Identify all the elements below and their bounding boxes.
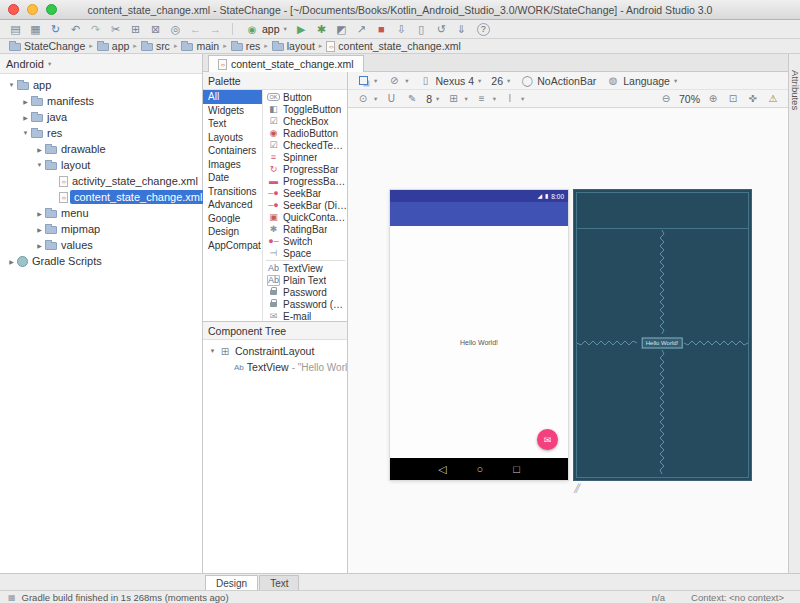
palette-item-seekbar[interactable]: ‒●SeekBar: [264, 187, 347, 199]
open-icon[interactable]: ▤: [6, 22, 25, 37]
palette-item-spinner[interactable]: ≡Spinner: [264, 151, 347, 163]
tree-item-mipmap[interactable]: ▶mipmap: [0, 221, 202, 237]
palette-item-checkedtextview[interactable]: ☑CheckedTextView: [264, 139, 347, 151]
find-icon[interactable]: ◎: [166, 22, 185, 37]
sync-project-icon[interactable]: ↺: [432, 22, 451, 37]
copy-icon[interactable]: ⊞: [126, 22, 145, 37]
minimize-button[interactable]: [27, 4, 38, 15]
chevron-right-icon[interactable]: ▶: [20, 98, 31, 105]
run-icon[interactable]: ▶: [292, 22, 311, 37]
resize-handle[interactable]: ╱╱: [574, 484, 578, 493]
infer-constraints-button[interactable]: I▾: [503, 92, 524, 105]
help-icon[interactable]: ?: [477, 23, 490, 36]
device-selector[interactable]: ▯Nexus 4▾: [419, 74, 482, 87]
palette-item-radiobutton[interactable]: ◉RadioButton: [264, 127, 347, 139]
forward-icon[interactable]: →: [206, 22, 225, 37]
tree-item-content-state-change-xml[interactable]: content_state_change.xml: [0, 189, 202, 205]
breadcrumb-item-statechange[interactable]: StateChange: [8, 40, 86, 52]
chevron-right-icon[interactable]: ▶: [20, 114, 31, 121]
chevron-right-icon[interactable]: ▶: [6, 258, 17, 265]
undo-icon[interactable]: ↶: [66, 22, 85, 37]
show-options-button[interactable]: ⊙▾: [356, 92, 377, 105]
blueprint-preview[interactable]: Hello World!: [574, 190, 751, 480]
run-config-selector[interactable]: ◉ app ▾: [240, 22, 292, 37]
api-selector[interactable]: 26▾: [491, 75, 510, 87]
tree-item-menu[interactable]: ▶menu: [0, 205, 202, 221]
palette-item-textview[interactable]: AbTextView: [264, 262, 347, 274]
chevron-right-icon[interactable]: ▶: [34, 210, 45, 217]
palette-item-progressbar[interactable]: ↻ProgressBar: [264, 163, 347, 175]
palette-item-progressbar-ho[interactable]: ▬ProgressBar (Ho...: [264, 175, 347, 187]
tree-item-res[interactable]: ▼res: [0, 125, 202, 141]
tree-item-values[interactable]: ▶values: [0, 237, 202, 253]
palette-item-e-mail[interactable]: ✉E-mail: [264, 310, 347, 321]
nav-home-icon[interactable]: ○: [477, 463, 484, 475]
zoom-fit-button[interactable]: ⊡: [726, 92, 740, 105]
blueprint-textview[interactable]: Hello World!: [642, 338, 683, 349]
tree-item-gradle-scripts[interactable]: ▶Gradle Scripts: [0, 253, 202, 269]
warnings-button[interactable]: ⚠: [766, 92, 780, 105]
align-selector[interactable]: ≡▾: [475, 92, 496, 105]
zoom-button[interactable]: [46, 4, 57, 15]
clear-constraints-button[interactable]: ✎: [405, 92, 419, 105]
project-view-selector[interactable]: Android: [6, 58, 44, 70]
chevron-right-icon[interactable]: ▶: [34, 242, 45, 249]
toolwindow-toggle-icon[interactable]: ▦: [8, 593, 16, 602]
nav-recents-icon[interactable]: □: [513, 463, 520, 475]
zoom-out-button[interactable]: ⊖: [659, 92, 673, 105]
design-preview[interactable]: ◢ ▮ 8:00 Hello World! ✉ ◁ ○ □: [390, 190, 568, 480]
palette-item-plain-text[interactable]: AbPlain Text: [264, 274, 347, 286]
palette-item-seekbar-discret[interactable]: ‒●SeekBar (Discret...: [264, 199, 347, 211]
breadcrumb-item-src[interactable]: src: [140, 40, 171, 52]
palette-item-ratingbar[interactable]: ✱RatingBar: [264, 223, 347, 235]
back-icon[interactable]: ←: [186, 22, 205, 37]
breadcrumb-item-content-state-change-xml[interactable]: content_state_change.xml: [325, 40, 462, 52]
palette-category-transitions[interactable]: Transitions: [203, 185, 262, 199]
chevron-down-icon[interactable]: ▼: [207, 348, 218, 354]
palette-item-switch[interactable]: ●‒Switch: [264, 235, 347, 247]
design-canvas[interactable]: ◢ ▮ 8:00 Hello World! ✉ ◁ ○ □ Hel: [348, 108, 788, 573]
tab-attributes[interactable]: Attributes: [789, 70, 800, 110]
fab-button[interactable]: ✉: [537, 429, 558, 450]
breadcrumb-item-res[interactable]: res: [230, 40, 262, 52]
tab-design[interactable]: Design: [205, 575, 258, 590]
attach-icon[interactable]: ⇩: [392, 22, 411, 37]
tree-item-activity-state-change-xml[interactable]: activity_state_change.xml: [0, 173, 202, 189]
breadcrumb-item-layout[interactable]: layout: [271, 40, 316, 52]
profiler-icon[interactable]: ↗: [352, 22, 371, 37]
hello-world-text[interactable]: Hello World!: [390, 339, 568, 346]
palette-category-widgets[interactable]: Widgets: [203, 104, 262, 118]
zoom-level[interactable]: 70%: [679, 93, 700, 105]
tab-text[interactable]: Text: [259, 575, 299, 590]
palette-category-all[interactable]: All: [203, 90, 262, 104]
coverage-icon[interactable]: ◩: [332, 22, 351, 37]
tree-item-manifests[interactable]: ▶manifests: [0, 93, 202, 109]
palette-item-button[interactable]: Button: [264, 91, 347, 103]
palette-category-containers[interactable]: Containers: [203, 144, 262, 158]
paste-icon[interactable]: ⊠: [146, 22, 165, 37]
palette-item-password-num[interactable]: Password (Num...: [264, 298, 347, 310]
redo-icon[interactable]: ↷: [86, 22, 105, 37]
palette-category-text[interactable]: Text: [203, 117, 262, 131]
sdk-icon[interactable]: ⇓: [452, 22, 471, 37]
surface-selector[interactable]: ▾: [356, 74, 377, 87]
palette-category-advanced[interactable]: Advanced: [203, 198, 262, 212]
editor-tab[interactable]: content_state_change.xml: [208, 55, 364, 72]
palette-item-togglebutton[interactable]: ◧ToggleButton: [264, 103, 347, 115]
default-margins-selector[interactable]: 8▾: [426, 93, 439, 105]
chevron-down-icon[interactable]: ▼: [20, 130, 31, 136]
save-icon[interactable]: ▦: [26, 22, 45, 37]
tree-item-app[interactable]: ▼app: [0, 77, 202, 93]
palette-category-images[interactable]: Images: [203, 158, 262, 172]
pack-selector[interactable]: ⊞▾: [446, 92, 467, 105]
component-tree-item-textview[interactable]: AbTextView- "Hello World!": [203, 359, 347, 375]
nav-back-icon[interactable]: ◁: [438, 463, 446, 476]
zoom-in-button[interactable]: ⊕: [706, 92, 720, 105]
avd-icon[interactable]: ▯: [412, 22, 431, 37]
chevron-down-icon[interactable]: ▼: [6, 82, 17, 88]
chevron-right-icon[interactable]: ▶: [34, 226, 45, 233]
orientation-selector[interactable]: ⊘▾: [387, 74, 408, 87]
debug-icon[interactable]: ✱: [312, 22, 331, 37]
tree-item-layout[interactable]: ▼layout: [0, 157, 202, 173]
tree-item-java[interactable]: ▶java: [0, 109, 202, 125]
